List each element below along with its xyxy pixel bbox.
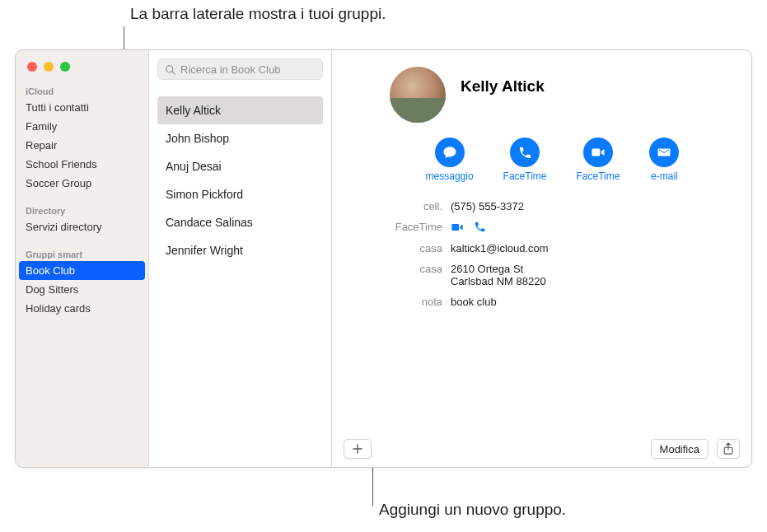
callout-sidebar: La barra laterale mostra i tuoi gruppi. xyxy=(130,5,386,23)
video-icon xyxy=(591,145,606,160)
zoom-window[interactable] xyxy=(60,62,70,72)
list-item[interactable]: Simon Pickford xyxy=(157,180,323,208)
sidebar-item-holiday-cards[interactable]: Holiday cards xyxy=(16,299,148,318)
message-icon xyxy=(442,145,457,160)
contact-list: Kelly Altick John Bishop Anuj Desai Simo… xyxy=(157,96,323,264)
action-facetime-audio[interactable]: FaceTime xyxy=(503,138,547,182)
field-value-home-email: kaltick1@icloud.com xyxy=(451,242,737,254)
sidebar: iCloud Tutti i contatti Family Repair Sc… xyxy=(16,50,149,467)
sidebar-item-book-club[interactable]: Book Club xyxy=(19,261,145,280)
field-value-facetime xyxy=(451,221,737,234)
action-label: e-mail xyxy=(651,170,678,182)
action-email[interactable]: e-mail xyxy=(649,138,679,182)
field-label-note: nota xyxy=(344,296,442,308)
list-item[interactable]: Anuj Desai xyxy=(157,152,323,180)
phone-icon xyxy=(518,146,532,160)
action-row: messaggio FaceTime FaceTime xyxy=(368,138,737,182)
field-value-home-address: 2610 Ortega St Carlsbad NM 88220 xyxy=(451,263,737,287)
contact-name: Kelly Altick xyxy=(461,77,545,96)
video-icon[interactable] xyxy=(451,221,464,234)
address-line1: 2610 Ortega St xyxy=(451,263,737,275)
window-controls xyxy=(27,62,70,72)
close-window[interactable] xyxy=(27,62,37,72)
list-item[interactable]: Candace Salinas xyxy=(157,208,323,236)
contact-fields: cell. (575) 555-3372 FaceTime casa kalti… xyxy=(344,200,737,308)
search-icon xyxy=(165,64,175,75)
sidebar-section-directory: Directory xyxy=(16,201,148,217)
field-value-cell: (575) 555-3372 xyxy=(451,200,737,212)
contacts-window: iCloud Tutti i contatti Family Repair Sc… xyxy=(15,49,752,468)
share-button[interactable] xyxy=(717,439,740,459)
list-item[interactable]: John Bishop xyxy=(157,124,323,152)
phone-icon[interactable] xyxy=(474,221,486,234)
add-button[interactable] xyxy=(344,439,372,459)
svg-line-1 xyxy=(172,71,175,73)
sidebar-item-all-contacts[interactable]: Tutti i contatti xyxy=(16,98,148,117)
search-box[interactable] xyxy=(157,58,323,80)
field-label-facetime: FaceTime xyxy=(344,221,442,234)
field-label-home-email: casa xyxy=(344,242,442,254)
field-label-cell: cell. xyxy=(344,200,442,212)
action-facetime-video[interactable]: FaceTime xyxy=(577,138,620,182)
contact-list-pane: Kelly Altick John Bishop Anuj Desai Simo… xyxy=(149,50,332,467)
sidebar-item-soccer-group[interactable]: Soccer Group xyxy=(16,174,148,193)
search-input[interactable] xyxy=(180,63,319,76)
action-label: FaceTime xyxy=(577,170,620,182)
action-message[interactable]: messaggio xyxy=(426,138,474,182)
email-icon xyxy=(657,145,671,160)
minimize-window[interactable] xyxy=(44,62,54,72)
edit-button[interactable]: Modifica xyxy=(651,439,709,459)
sidebar-item-repair[interactable]: Repair xyxy=(16,136,148,155)
sidebar-section-icloud: iCloud xyxy=(16,82,148,98)
sidebar-item-school-friends[interactable]: School Friends xyxy=(16,155,148,174)
contact-detail-pane: Kelly Altick messaggio FaceTime xyxy=(332,50,751,467)
sidebar-item-family[interactable]: Family xyxy=(16,117,148,136)
field-label-home-address: casa xyxy=(344,263,442,287)
action-label: messaggio xyxy=(426,170,474,182)
field-value-note: book club xyxy=(451,296,737,308)
list-item[interactable]: Jennifer Wright xyxy=(157,236,323,264)
plus-icon xyxy=(353,444,362,454)
sidebar-item-dog-sitters[interactable]: Dog Sitters xyxy=(16,280,148,299)
action-label: FaceTime xyxy=(503,170,547,182)
svg-rect-2 xyxy=(592,149,600,156)
footer-bar: Modifica xyxy=(332,431,751,467)
list-item[interactable]: Kelly Altick xyxy=(157,96,323,124)
sidebar-item-directory-services[interactable]: Servizi directory xyxy=(16,217,148,236)
callout-add-group: Aggiungi un nuovo gruppo. xyxy=(379,501,566,519)
sidebar-section-smart-groups: Gruppi smart xyxy=(16,245,148,261)
avatar xyxy=(390,67,446,123)
share-icon xyxy=(723,442,734,455)
address-line2: Carlsbad NM 88220 xyxy=(451,275,737,287)
svg-rect-3 xyxy=(451,224,459,231)
